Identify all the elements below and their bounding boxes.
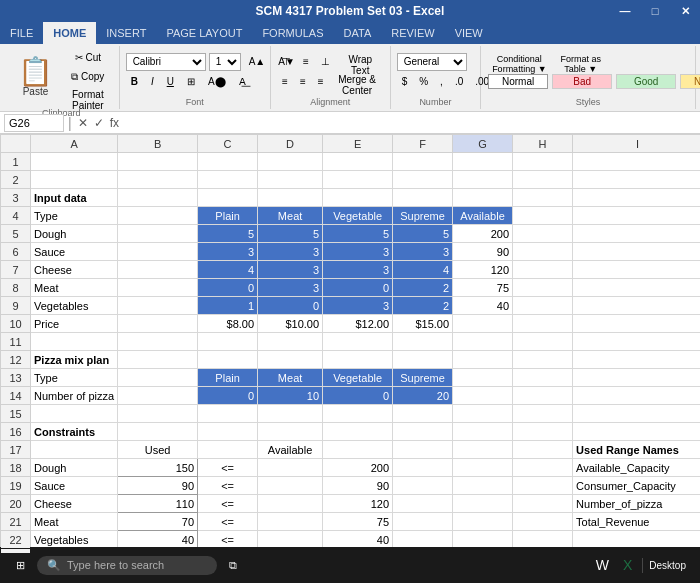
- cell-F4[interactable]: Supreme: [393, 207, 453, 225]
- cell-I12[interactable]: [573, 351, 700, 369]
- cell-A17[interactable]: [31, 441, 118, 459]
- cell-A15[interactable]: [31, 405, 118, 423]
- cell-B14[interactable]: [118, 387, 198, 405]
- cell-I14[interactable]: [573, 387, 700, 405]
- cell-H14[interactable]: [513, 387, 573, 405]
- increase-font-btn[interactable]: A▲: [244, 53, 271, 71]
- cell-B1[interactable]: [118, 153, 198, 171]
- number-format-select[interactable]: General: [397, 53, 467, 71]
- cell-G16[interactable]: [453, 423, 513, 441]
- cell-I9[interactable]: [573, 297, 700, 315]
- cell-A19[interactable]: Sauce: [31, 477, 118, 495]
- cell-I4[interactable]: [573, 207, 700, 225]
- cell-D20[interactable]: [258, 495, 323, 513]
- cell-G13[interactable]: [453, 369, 513, 387]
- format-painter-button[interactable]: Format Painter: [63, 88, 113, 106]
- cell-H13[interactable]: [513, 369, 573, 387]
- format-as-table-btn[interactable]: Format asTable ▼: [556, 53, 607, 71]
- cell-A6[interactable]: Sauce: [31, 243, 118, 261]
- cell-B20[interactable]: 110: [118, 495, 198, 513]
- cell-A5[interactable]: Dough: [31, 225, 118, 243]
- cell-C18[interactable]: <=: [198, 459, 258, 477]
- cell-C14[interactable]: 0: [198, 387, 258, 405]
- cell-G3[interactable]: [453, 189, 513, 207]
- cell-C22[interactable]: <=: [198, 531, 258, 549]
- cell-I11[interactable]: [573, 333, 700, 351]
- cell-B5[interactable]: [118, 225, 198, 243]
- cell-B15[interactable]: [118, 405, 198, 423]
- cell-E19[interactable]: 90: [323, 477, 393, 495]
- cell-H16[interactable]: [513, 423, 573, 441]
- cell-G21[interactable]: [453, 513, 513, 531]
- cell-C6[interactable]: 3: [198, 243, 258, 261]
- cell-A9[interactable]: Vegetables: [31, 297, 118, 315]
- cell-F2[interactable]: [393, 171, 453, 189]
- cell-H9[interactable]: [513, 297, 573, 315]
- cell-C7[interactable]: 4: [198, 261, 258, 279]
- cell-H21[interactable]: [513, 513, 573, 531]
- cell-C12[interactable]: [198, 351, 258, 369]
- tab-page-layout[interactable]: PAGE LAYOUT: [156, 22, 252, 44]
- cell-G9[interactable]: 40: [453, 297, 513, 315]
- cell-H3[interactable]: [513, 189, 573, 207]
- cell-H17[interactable]: [513, 441, 573, 459]
- currency-btn[interactable]: $: [397, 73, 413, 91]
- cell-F18[interactable]: [393, 459, 453, 477]
- formula-input[interactable]: [125, 116, 696, 130]
- cell-F22[interactable]: [393, 531, 453, 549]
- cell-E14[interactable]: 0: [323, 387, 393, 405]
- cell-F21[interactable]: [393, 513, 453, 531]
- col-G[interactable]: G: [453, 135, 513, 153]
- spreadsheet-grid[interactable]: A B C D E F G H I J K L 1: [0, 134, 700, 553]
- cell-E17[interactable]: [323, 441, 393, 459]
- wrap-text-btn[interactable]: Wrap Text: [337, 53, 384, 71]
- italic-button[interactable]: I: [146, 73, 159, 91]
- cell-I3[interactable]: [573, 189, 700, 207]
- word-icon[interactable]: W: [592, 555, 613, 575]
- percent-btn[interactable]: %: [414, 73, 433, 91]
- cell-G15[interactable]: [453, 405, 513, 423]
- cell-G11[interactable]: [453, 333, 513, 351]
- cell-D14[interactable]: 10: [258, 387, 323, 405]
- cell-D4[interactable]: Meat: [258, 207, 323, 225]
- cell-H6[interactable]: [513, 243, 573, 261]
- cell-C13[interactable]: Plain: [198, 369, 258, 387]
- font-color-button[interactable]: A͟: [234, 73, 251, 91]
- cell-B19[interactable]: 90: [118, 477, 198, 495]
- conditional-formatting-btn[interactable]: ConditionalFormatting ▼: [487, 53, 551, 71]
- cell-F5[interactable]: 5: [393, 225, 453, 243]
- cell-D19[interactable]: [258, 477, 323, 495]
- tab-home[interactable]: HOME: [43, 22, 96, 44]
- cell-D15[interactable]: [258, 405, 323, 423]
- cell-B8[interactable]: [118, 279, 198, 297]
- cell-I17[interactable]: Used Range Names: [573, 441, 700, 459]
- cell-H20[interactable]: [513, 495, 573, 513]
- cell-F13[interactable]: Supreme: [393, 369, 453, 387]
- cell-G12[interactable]: [453, 351, 513, 369]
- font-family-select[interactable]: Calibri: [126, 53, 206, 71]
- cell-H10[interactable]: [513, 315, 573, 333]
- cell-H8[interactable]: [513, 279, 573, 297]
- cell-A16[interactable]: Constraints: [31, 423, 118, 441]
- cell-A7[interactable]: Cheese: [31, 261, 118, 279]
- cell-H22[interactable]: [513, 531, 573, 549]
- cell-F20[interactable]: [393, 495, 453, 513]
- minimize-btn[interactable]: —: [610, 0, 640, 22]
- cell-F11[interactable]: [393, 333, 453, 351]
- cell-I16[interactable]: [573, 423, 700, 441]
- cell-B12[interactable]: [118, 351, 198, 369]
- taskbar-search[interactable]: 🔍: [37, 556, 217, 575]
- cell-E4[interactable]: Vegetable: [323, 207, 393, 225]
- cell-C20[interactable]: <=: [198, 495, 258, 513]
- cell-G10[interactable]: [453, 315, 513, 333]
- cell-I19[interactable]: Consumer_Capacity: [573, 477, 700, 495]
- cell-A14[interactable]: Number of pizza: [31, 387, 118, 405]
- cell-B13[interactable]: [118, 369, 198, 387]
- cell-E9[interactable]: 3: [323, 297, 393, 315]
- cell-G2[interactable]: [453, 171, 513, 189]
- cell-E1[interactable]: [323, 153, 393, 171]
- cell-H11[interactable]: [513, 333, 573, 351]
- tab-view[interactable]: VIEW: [445, 22, 493, 44]
- cell-B6[interactable]: [118, 243, 198, 261]
- tab-insert[interactable]: INSERT: [96, 22, 156, 44]
